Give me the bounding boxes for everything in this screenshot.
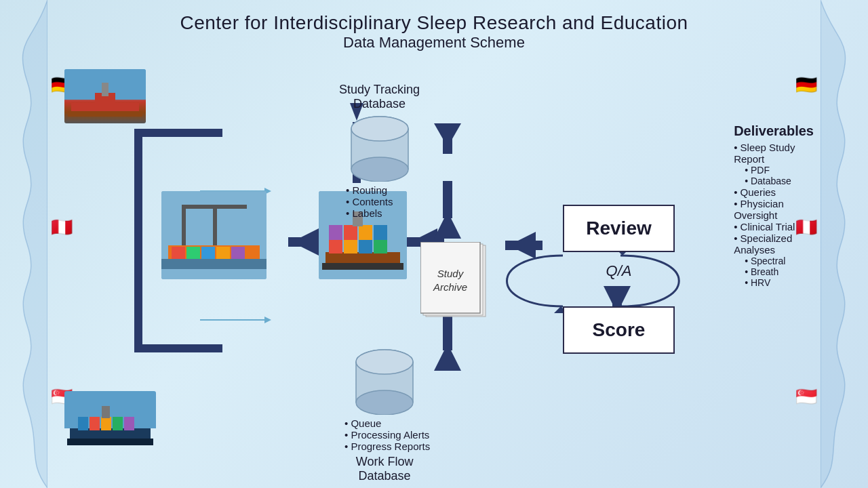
svg-point-78 (356, 390, 413, 415)
del-breath: Breath (745, 266, 814, 277)
svg-marker-15 (434, 211, 461, 239)
svg-rect-29 (68, 111, 142, 117)
svg-rect-1 (134, 129, 222, 137)
tracking-bullet-list: Routing Contents Labels (346, 184, 420, 219)
del-database: Database (745, 176, 814, 186)
svg-rect-46 (322, 263, 403, 270)
del-hrv: HRV (745, 277, 814, 288)
svg-rect-49 (359, 239, 372, 253)
svg-rect-43 (231, 247, 245, 259)
svg-rect-0 (134, 129, 142, 352)
svg-rect-39 (172, 247, 185, 259)
svg-marker-13 (509, 232, 536, 259)
svg-rect-60 (90, 417, 100, 430)
sub-title: Data Management Scheme (47, 34, 821, 52)
deliverables-section: Deliverables Sleep StudyReport PDF Datab… (734, 123, 814, 288)
main-title: Center for Interdisciplinary Sleep Resea… (47, 12, 821, 34)
svg-rect-48 (344, 239, 357, 253)
svg-rect-36 (213, 205, 247, 209)
score-box: Score (563, 306, 675, 354)
svg-text:Archive: Archive (433, 281, 467, 293)
del-physician: PhysicianOversight (734, 198, 814, 221)
svg-rect-50 (374, 239, 387, 253)
qa-label: Q/A (563, 262, 675, 280)
study-archive: Study Archive (420, 242, 492, 323)
svg-rect-40 (186, 247, 200, 259)
workflow-bullet-list: Queue Processing Alerts Progress Reports (344, 418, 430, 452)
svg-rect-2 (134, 344, 222, 352)
workflow-db-section: Queue Processing Alerts Progress Reports… (339, 347, 430, 483)
svg-rect-31 (102, 83, 108, 96)
svg-rect-64 (102, 406, 110, 418)
del-spectral: Spectral (745, 256, 814, 266)
tracking-bullet-routing: Routing (346, 184, 420, 196)
title-section: Center for Interdisciplinary Sleep Resea… (47, 0, 821, 52)
svg-rect-47 (329, 239, 342, 253)
workflow-bullet-queue: Queue (344, 418, 430, 429)
del-specialized: SpecializedAnalyses Spectral Breath HRV (734, 232, 814, 288)
svg-text:Study: Study (437, 268, 465, 279)
workflow-label-2: Database (339, 469, 430, 483)
flag-bot-right: 🇸🇬 (795, 388, 817, 405)
workflow-label-1: Work Flow (339, 455, 430, 469)
ship-image-top (64, 69, 146, 123)
diagram: 🇩🇪 🇩🇪 🇵🇪 🇵🇪 🇸🇬 🇸🇬 (47, 56, 821, 476)
del-queries: Queries (734, 186, 814, 198)
svg-rect-42 (216, 247, 230, 259)
svg-rect-34 (182, 205, 216, 209)
svg-marker-8 (264, 317, 271, 323)
del-sub-report: PDF Database (745, 165, 814, 186)
tracking-bullet-contents: Contents (346, 196, 420, 207)
svg-rect-38 (161, 259, 267, 269)
workflow-bullet-progress: Progress Reports (344, 441, 430, 452)
svg-rect-63 (124, 417, 134, 430)
review-box: Review (563, 205, 675, 252)
study-tracking-label-2: Database (339, 97, 420, 111)
svg-rect-16 (443, 181, 452, 218)
del-sub-analyses: Spectral Breath HRV (745, 256, 814, 288)
svg-rect-52 (344, 225, 357, 240)
svg-point-68 (351, 117, 408, 141)
del-sleep-study-report: Sleep StudyReport PDF Database (734, 142, 814, 186)
del-pdf: PDF (745, 165, 814, 176)
ship-image-left (161, 191, 267, 279)
svg-point-79 (356, 350, 413, 374)
ship-image-bottom (64, 391, 156, 452)
workflow-bullet-processing: Processing Alerts (344, 429, 430, 441)
flag-top-right: 🇩🇪 (795, 76, 817, 94)
svg-rect-59 (78, 417, 88, 430)
svg-rect-62 (113, 417, 123, 430)
study-tracking-section: Study Tracking Database Routing Contents… (339, 83, 420, 219)
svg-rect-41 (201, 247, 215, 259)
tracking-bullet-labels: Labels (346, 207, 420, 219)
svg-rect-14 (505, 241, 542, 250)
flag-mid-left: 🇵🇪 (51, 218, 73, 236)
svg-marker-17 (434, 344, 461, 371)
svg-rect-58 (67, 439, 153, 445)
svg-rect-53 (359, 225, 372, 240)
study-tracking-label-1: Study Tracking (339, 83, 420, 97)
svg-rect-61 (101, 417, 111, 430)
deliverables-title: Deliverables (734, 123, 814, 139)
svg-marker-19 (434, 123, 461, 147)
deliverables-list: Sleep StudyReport PDF Database Queries P… (734, 142, 814, 288)
svg-rect-54 (374, 225, 387, 240)
svg-rect-20 (443, 123, 452, 154)
svg-rect-51 (329, 225, 342, 240)
svg-point-67 (351, 157, 408, 182)
svg-marker-9 (292, 228, 319, 256)
del-clinical: Clinical Trial (734, 221, 814, 232)
